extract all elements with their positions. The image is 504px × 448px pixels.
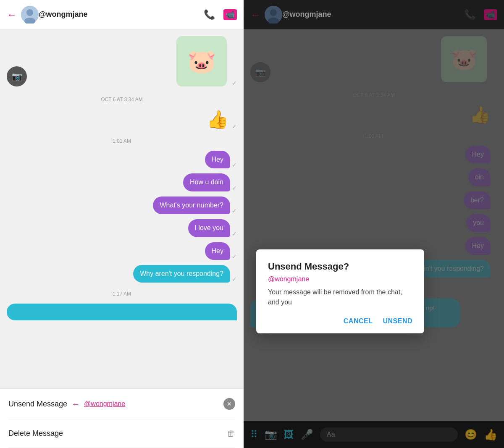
left-phone-icon[interactable]: 📞 [204,9,215,20]
unsend-row: Unsend Message ← @wongmjane [8,399,125,409]
msg-row-iloveyou[interactable]: I love you ✓ [7,219,237,237]
unsend-arrow-icon: ← [71,399,80,409]
cancel-button[interactable]: CANCEL [344,317,373,325]
dialog-actions: CANCEL UNSEND [268,317,412,325]
check-icon-hey2: ✓ [232,253,237,260]
sticker-image: 🐷 [176,36,227,86]
dialog-overlay: Unsend Message? @wongmjane Your message … [244,0,504,448]
bubble-why: Why aren't you responding? [133,265,230,283]
check-icon-sticker: ✓ [232,80,237,86]
left-back-button[interactable]: ← [7,9,17,21]
dialog-username: @wongmjane [268,275,412,283]
bubble-hey2: Hey [205,242,230,260]
check-icon-iloveyou: ✓ [232,231,237,237]
msg-row-hey2[interactable]: Hey ✓ [7,242,237,260]
unsend-dialog: Unsend Message? @wongmjane Your message … [256,249,424,333]
timestamp-oct6: OCT 6 AT 3:34 AM [7,97,237,102]
check-icon-hey: ✓ [232,162,237,168]
dialog-title: Unsend Message? [268,261,412,272]
dialog-body: Your message will be removed from the ch… [268,287,412,307]
msg-row-why[interactable]: Why aren't you responding? ✓ [7,265,237,283]
unsend-username: @wongmjane [84,400,125,408]
delete-label: Delete Message [8,429,63,438]
check-icon-howudoin: ✓ [232,185,237,191]
msg-row-howudoin[interactable]: How u doin ✓ [7,173,237,191]
msg-row-hey[interactable]: Hey ✓ [7,151,237,168]
thumbs-up-icon: 👍 [207,109,228,130]
left-chat-area: 📷 🐷 ✓ OCT 6 AT 3:34 AM 👍 ✓ 1:01 AM Hey ✓… [0,29,244,388]
left-header-icons: 📞 📹 [204,9,237,20]
camera-button[interactable]: 📷 [7,66,27,86]
bubble-number: What's your number? [153,196,230,214]
left-panel: ← @wongmjane 📞 📹 📷 🐷 ✓ OCT 6 AT 3:34 AM … [0,0,244,448]
close-icon[interactable]: ✕ [223,398,235,410]
unsend-message-item[interactable]: Unsend Message ← @wongmjane ✕ [8,389,235,419]
left-username: @wongmjane [39,10,204,19]
delete-message-item[interactable]: Delete Message 🗑 [8,419,235,448]
svg-point-1 [26,9,33,16]
partial-message-bottom [7,304,237,320]
right-panel: ← @wongmjane 📞 📹 📷 🐷 ✓ OCT 6 AT 3:34 AM … [244,0,504,448]
left-avatar [21,6,39,24]
timestamp-117: 1:17 AM [7,291,237,297]
check-icon-thumb: ✓ [232,123,237,130]
timestamp-101: 1:01 AM [7,138,237,144]
bottom-sheet: Unsend Message ← @wongmjane ✕ Delete Mes… [0,388,244,448]
msg-row-number[interactable]: What's your number? ✓ [7,196,237,214]
thumbs-up-row: 👍 ✓ [7,109,237,130]
left-header: ← @wongmjane 📞 📹 [0,0,244,29]
bubble-howudoin: How u doin [183,173,230,191]
check-icon-number: ✓ [232,207,237,214]
left-video-icon[interactable]: 📹 [223,9,237,20]
bubble-iloveyou: I love you [188,219,230,237]
unsend-button[interactable]: UNSEND [383,317,412,325]
bubble-hey: Hey [205,151,230,168]
unsend-label: Unsend Message [8,400,67,409]
check-icon-why: ✓ [232,276,237,283]
trash-icon: 🗑 [227,429,235,438]
